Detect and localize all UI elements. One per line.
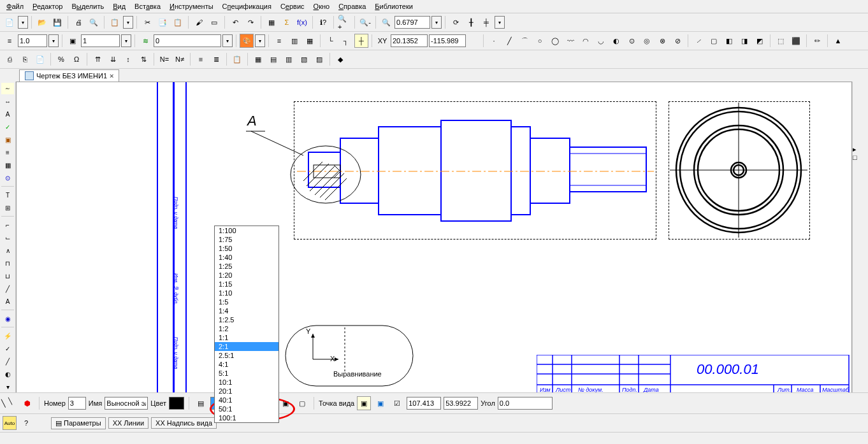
e4[interactable]: % xyxy=(54,52,68,66)
arc-icon[interactable]: ⌒ xyxy=(517,34,532,48)
lb-1[interactable]: ╲ xyxy=(1,399,14,411)
new-dd[interactable]: ▾ xyxy=(18,16,28,29)
c12-icon[interactable]: ◩ xyxy=(753,34,767,48)
e7[interactable]: ⇊ xyxy=(106,52,120,66)
sb-p[interactable]: ╱ xyxy=(1,355,14,367)
c2-icon[interactable]: ◡ xyxy=(594,34,608,48)
sb-h[interactable]: ∧ xyxy=(1,245,14,256)
pb-b[interactable]: ▢ xyxy=(295,396,309,410)
sb-b[interactable]: ▣ xyxy=(1,134,14,145)
new-icon[interactable]: 📄 xyxy=(3,15,17,29)
scale-opt[interactable]: 1:1 xyxy=(215,333,278,342)
sb-n[interactable]: ⚡ xyxy=(1,330,14,341)
scale-opt[interactable]: 1:15 xyxy=(215,280,278,289)
scale-opt[interactable]: 10:1 xyxy=(215,378,278,387)
e12[interactable]: ≡ xyxy=(194,52,208,66)
sb-edit[interactable]: ✓ xyxy=(1,121,14,132)
color-icon[interactable]: 🎨 xyxy=(240,34,254,48)
sb-text[interactable]: T xyxy=(1,189,14,201)
zoom-input[interactable] xyxy=(394,16,430,29)
style-icon[interactable]: ≋ xyxy=(138,34,152,48)
scale-opt[interactable]: 1:25 xyxy=(215,262,278,271)
snap-dd[interactable]: ▾ xyxy=(495,16,505,29)
coord-y-input[interactable] xyxy=(429,34,466,47)
tb-b[interactable]: ▥ xyxy=(287,34,301,48)
drawing-canvas[interactable]: А xyxy=(16,82,852,441)
e6[interactable]: ⇈ xyxy=(90,52,105,66)
scale-opt[interactable]: 40:1 xyxy=(215,396,278,405)
menu-file[interactable]: Файл xyxy=(3,1,27,11)
c1-icon[interactable]: ◠ xyxy=(579,34,593,48)
zoom-in-icon[interactable]: 🔍+ xyxy=(337,15,351,29)
cut-icon[interactable]: ✂ xyxy=(140,15,154,29)
c14-icon[interactable]: ⬛ xyxy=(789,34,803,48)
tab-drawing[interactable]: Чертеж БЕЗ ИМЕНИ1 × xyxy=(19,69,119,82)
scale-opt[interactable]: 1:2 xyxy=(215,324,278,333)
tb-c[interactable]: ▦ xyxy=(303,34,317,48)
save-icon[interactable]: 💾 xyxy=(50,15,64,29)
snap1-icon[interactable]: ╂ xyxy=(464,15,478,29)
scale-opt[interactable]: 5:1 xyxy=(215,369,278,378)
scale-opt[interactable]: 4:1 xyxy=(215,360,278,369)
scale-opt[interactable]: 2.5:1 xyxy=(215,351,278,360)
circle-icon[interactable]: ○ xyxy=(533,34,547,48)
pb-c[interactable]: ▣ xyxy=(357,396,371,410)
layer-input[interactable] xyxy=(81,34,120,47)
brush-icon[interactable]: 🖌 xyxy=(192,15,206,29)
undo-icon[interactable]: ↶ xyxy=(228,15,242,29)
snap2-icon[interactable]: ╪ xyxy=(479,15,493,29)
e15[interactable]: ▦ xyxy=(251,52,265,66)
c5-icon[interactable]: ◎ xyxy=(640,34,654,48)
sb-c[interactable]: ≡ xyxy=(1,147,14,158)
color-swatch[interactable] xyxy=(169,397,184,410)
c6-icon[interactable]: ⊗ xyxy=(655,34,669,48)
xy-icon[interactable]: XY xyxy=(375,34,389,48)
c15-icon[interactable]: ✏ xyxy=(810,34,824,48)
sb-dim[interactable]: ↔ xyxy=(1,96,14,107)
vars-icon[interactable]: Σ xyxy=(280,15,294,29)
refresh-icon[interactable]: ⟳ xyxy=(449,15,463,29)
scale-opt-selected[interactable]: 2:1 xyxy=(215,342,278,351)
scale-opt[interactable]: 1:2.5 xyxy=(215,315,278,324)
c8-icon[interactable]: ⟋ xyxy=(691,34,705,48)
scale-opt[interactable]: 1:40 xyxy=(215,253,278,262)
menu-spec[interactable]: Спецификация xyxy=(219,1,275,11)
sb-geom[interactable]: ～ xyxy=(1,83,14,94)
e10[interactable]: N= xyxy=(157,52,171,66)
layer-icon[interactable]: ▣ xyxy=(66,34,80,48)
e14[interactable]: 📋 xyxy=(230,52,244,66)
menu-window[interactable]: Окно xyxy=(310,1,334,11)
grid-icon[interactable]: ┼ xyxy=(354,34,368,48)
menu-view[interactable]: Вид xyxy=(109,1,129,11)
sb-q[interactable]: ◐ xyxy=(1,368,14,380)
scale-opt[interactable]: 1:75 xyxy=(215,235,278,244)
e19[interactable]: ▨ xyxy=(312,52,326,66)
ortho-icon[interactable]: └ xyxy=(324,34,338,48)
e1[interactable]: ⎙ xyxy=(3,52,17,66)
scale-opt[interactable]: 50:1 xyxy=(215,405,278,413)
c13-icon[interactable]: ⬚ xyxy=(774,34,788,48)
c3-icon[interactable]: ◐ xyxy=(609,34,623,48)
e13[interactable]: ≣ xyxy=(209,52,223,66)
ugol-input[interactable] xyxy=(498,397,553,410)
perp-icon[interactable]: ┐ xyxy=(339,34,353,48)
tochka-y[interactable] xyxy=(444,397,478,410)
sb-o[interactable]: ✓ xyxy=(1,343,14,354)
nomer-input[interactable] xyxy=(68,397,86,410)
sb-tab[interactable]: ⊞ xyxy=(1,202,14,213)
e16[interactable]: ▤ xyxy=(266,52,280,66)
scale-icon[interactable]: ▤ xyxy=(194,396,208,410)
c4-icon[interactable]: ⊙ xyxy=(625,34,639,48)
tb-a[interactable]: ≡ xyxy=(272,34,286,48)
e5[interactable]: Ω xyxy=(69,52,83,66)
tab-close-icon[interactable]: × xyxy=(110,72,113,80)
scale-opt[interactable]: 100:1 xyxy=(215,413,278,422)
menu-insert[interactable]: Вставка xyxy=(131,1,164,11)
sb-l[interactable]: A xyxy=(1,296,14,307)
scale-dropdown-list[interactable]: 1:100 1:75 1:50 1:40 1:25 1:20 1:15 1:10… xyxy=(214,226,279,423)
sb-a[interactable]: A xyxy=(1,108,14,120)
print-icon[interactable]: 🖨 xyxy=(71,15,85,29)
zoom-out-icon[interactable]: 🔍- xyxy=(358,15,372,29)
e9[interactable]: ⇅ xyxy=(136,52,150,66)
ellipse-icon[interactable]: ◯ xyxy=(548,34,562,48)
